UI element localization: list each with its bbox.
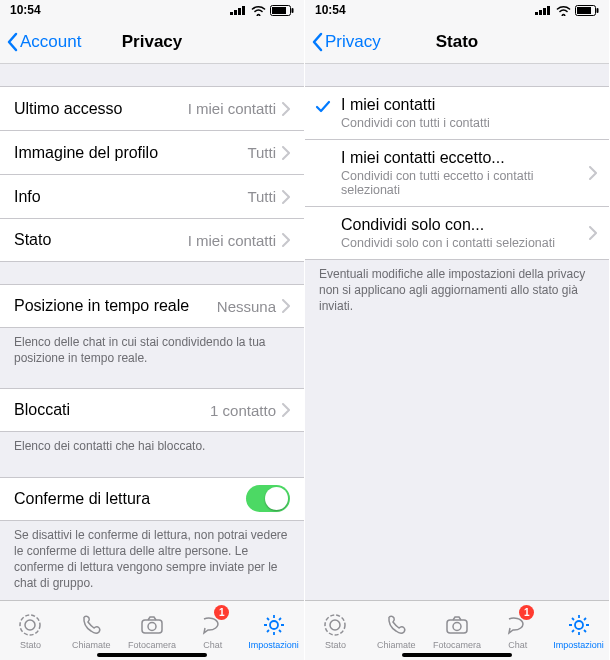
row-value: I miei contatti: [188, 100, 276, 117]
status-indicators: [230, 5, 294, 16]
content: I miei contatti Condividi con tutti i co…: [305, 64, 609, 600]
nav-bar: Privacy Stato: [305, 20, 609, 64]
gear-icon: [566, 612, 592, 638]
svg-rect-2: [238, 8, 241, 15]
svg-rect-3: [242, 6, 245, 15]
back-button[interactable]: Account: [6, 32, 81, 52]
read-receipts-toggle[interactable]: [246, 485, 290, 512]
page-title: Privacy: [122, 32, 183, 52]
svg-point-22: [453, 622, 461, 630]
chevron-right-icon: [282, 233, 290, 247]
camera-icon: [444, 612, 470, 638]
svg-rect-13: [539, 10, 542, 15]
content: Ultimo accesso I miei contatti Immagine …: [0, 64, 304, 600]
svg-rect-12: [535, 12, 538, 15]
option-sub: Condividi con tutti eccetto i contatti s…: [341, 169, 595, 197]
chevron-left-icon: [311, 32, 323, 52]
option-label: I miei contatti: [341, 96, 435, 114]
chat-badge: 1: [519, 605, 534, 620]
chevron-right-icon: [282, 102, 290, 116]
tab-label: Stato: [325, 640, 346, 650]
row-value: Tutti: [247, 144, 276, 161]
tab-label: Chiamate: [377, 640, 416, 650]
gear-icon: [261, 612, 287, 638]
row-ultimo-accesso[interactable]: Ultimo accesso I miei contatti: [0, 86, 304, 130]
svg-rect-6: [292, 8, 294, 13]
tab-impostazioni[interactable]: Impostazioni: [548, 601, 609, 660]
row-stato[interactable]: Stato I miei contatti: [0, 218, 304, 262]
option-label: I miei contatti eccetto...: [341, 149, 505, 167]
row-label: Bloccati: [14, 401, 210, 419]
option-only-share-with[interactable]: Condividi solo con... Condividi solo con…: [305, 206, 609, 260]
row-conferme-lettura[interactable]: Conferme di lettura: [0, 477, 304, 521]
svg-rect-5: [272, 7, 286, 14]
footer-posizione: Elenco delle chat in cui stai condividen…: [0, 328, 304, 366]
tab-label: Chiamate: [72, 640, 111, 650]
status-icon: [17, 612, 43, 638]
svg-point-19: [325, 615, 345, 635]
home-indicator[interactable]: [402, 653, 512, 657]
tab-label: Impostazioni: [553, 640, 604, 650]
tab-label: Impostazioni: [248, 640, 299, 650]
tab-label: Chat: [203, 640, 222, 650]
tab-label: Fotocamera: [433, 640, 481, 650]
footer-stato: Eventuali modifiche alle impostazioni de…: [305, 260, 609, 315]
chevron-right-icon: [589, 226, 597, 240]
wifi-icon: [251, 5, 266, 16]
option-contacts-except[interactable]: I miei contatti eccetto... Condividi con…: [305, 139, 609, 206]
svg-point-11: [270, 621, 278, 629]
svg-point-10: [148, 622, 156, 630]
row-value: Tutti: [247, 188, 276, 205]
tab-chiamate[interactable]: Chiamate: [366, 601, 427, 660]
camera-icon: [139, 612, 165, 638]
chevron-left-icon: [6, 32, 18, 52]
row-bloccati[interactable]: Bloccati 1 contatto: [0, 388, 304, 432]
tab-fotocamera[interactable]: Fotocamera: [122, 601, 183, 660]
row-value: I miei contatti: [188, 232, 276, 249]
svg-rect-14: [543, 8, 546, 15]
battery-icon: [270, 5, 294, 16]
tab-stato[interactable]: Stato: [0, 601, 61, 660]
option-sub: Condividi con tutti i contatti: [341, 116, 490, 130]
row-value: Nessuna: [217, 298, 276, 315]
wifi-icon: [556, 5, 571, 16]
svg-rect-1: [234, 10, 237, 15]
row-posizione[interactable]: Posizione in tempo reale Nessuna: [0, 284, 304, 328]
row-label: Info: [14, 188, 247, 206]
back-label: Account: [20, 32, 81, 52]
tab-label: Fotocamera: [128, 640, 176, 650]
footer-bloccati: Elenco dei contatti che hai bloccato.: [0, 432, 304, 454]
phone-icon: [78, 612, 104, 638]
back-label: Privacy: [325, 32, 381, 52]
status-time: 10:54: [315, 3, 346, 17]
stato-screen: 10:54 Privacy Stato I miei contatti Cond…: [305, 0, 610, 660]
svg-rect-15: [547, 6, 550, 15]
chevron-right-icon: [589, 166, 597, 180]
row-label: Conferme di lettura: [14, 490, 246, 508]
back-button[interactable]: Privacy: [311, 32, 381, 52]
row-value: 1 contatto: [210, 402, 276, 419]
status-icon: [322, 612, 348, 638]
tab-chiamate[interactable]: Chiamate: [61, 601, 122, 660]
tab-impostazioni[interactable]: Impostazioni: [243, 601, 304, 660]
tab-fotocamera[interactable]: Fotocamera: [427, 601, 488, 660]
svg-rect-0: [230, 12, 233, 15]
signal-icon: [535, 5, 552, 15]
chevron-right-icon: [282, 403, 290, 417]
tab-stato[interactable]: Stato: [305, 601, 366, 660]
row-label: Ultimo accesso: [14, 100, 188, 118]
nav-bar: Account Privacy: [0, 20, 304, 64]
tab-chat[interactable]: 1 Chat: [182, 601, 243, 660]
svg-point-7: [20, 615, 40, 635]
row-info[interactable]: Info Tutti: [0, 174, 304, 218]
home-indicator[interactable]: [97, 653, 207, 657]
check-icon: [315, 100, 331, 114]
status-bar: 10:54: [0, 0, 304, 20]
row-immagine-profilo[interactable]: Immagine del profilo Tutti: [0, 130, 304, 174]
option-my-contacts[interactable]: I miei contatti Condividi con tutti i co…: [305, 86, 609, 139]
tab-chat[interactable]: 1 Chat: [487, 601, 548, 660]
status-bar: 10:54: [305, 0, 609, 20]
battery-icon: [575, 5, 599, 16]
svg-point-8: [25, 620, 35, 630]
chevron-right-icon: [282, 190, 290, 204]
